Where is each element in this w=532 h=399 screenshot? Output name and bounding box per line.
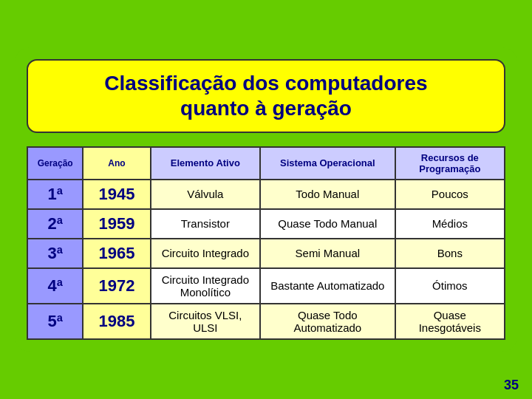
cell-geracao: 1ª [27,180,83,209]
classification-table: Geração Ano Elemento Ativo Sistema Opera… [27,146,505,340]
cell-elemento: Circuitos VLSI, ULSI [151,304,260,339]
title-line2: quanto à geração [180,97,352,120]
cell-sistema: Quase Todo Automatizado [260,304,395,339]
cell-ano: 1945 [83,180,150,209]
table-row: 4ª1972Circuito Integrado MonolíticoBasta… [27,268,505,304]
cell-sistema: Semi Manual [260,239,395,268]
table-row: 2ª1959TransistorQuase Todo ManualMédios [27,209,505,239]
cell-elemento: Válvula [151,180,260,209]
cell-ano: 1972 [83,268,150,304]
title-text: Classificação dos computadores quanto à … [43,71,489,120]
cell-ano: 1965 [83,239,150,268]
main-container: Classificação dos computadores quanto à … [15,47,517,351]
cell-ano: 1959 [83,209,150,239]
header-ano: Ano [83,147,150,180]
cell-geracao: 2ª [27,209,83,239]
page-number: 35 [504,378,519,393]
table-row: 3ª1965Circuito IntegradoSemi ManualBons [27,239,505,268]
cell-recursos: Médios [395,209,505,239]
cell-elemento: Circuito Integrado Monolítico [151,268,260,304]
cell-elemento: Transistor [151,209,260,239]
table-row: 1ª1945VálvulaTodo ManualPoucos [27,180,505,209]
cell-sistema: Todo Manual [260,180,395,209]
cell-recursos: Quase Inesgotáveis [395,304,505,339]
title-line1: Classificação dos computadores [104,72,427,95]
cell-sistema: Bastante Automatizado [260,268,395,304]
table-row: 5ª1985Circuitos VLSI, ULSIQuase Todo Aut… [27,304,505,339]
title-box: Classificação dos computadores quanto à … [27,59,505,132]
cell-recursos: Bons [395,239,505,268]
cell-elemento: Circuito Integrado [151,239,260,268]
header-elemento: Elemento Ativo [151,147,260,180]
header-recursos: Recursos de Programação [395,147,505,180]
cell-sistema: Quase Todo Manual [260,209,395,239]
cell-recursos: Ótimos [395,268,505,304]
cell-geracao: 4ª [27,268,83,304]
header-sistema: Sistema Operacional [260,147,395,180]
cell-recursos: Poucos [395,180,505,209]
cell-ano: 1985 [83,304,150,339]
header-geracao: Geração [27,147,83,180]
cell-geracao: 3ª [27,239,83,268]
cell-geracao: 5ª [27,304,83,339]
